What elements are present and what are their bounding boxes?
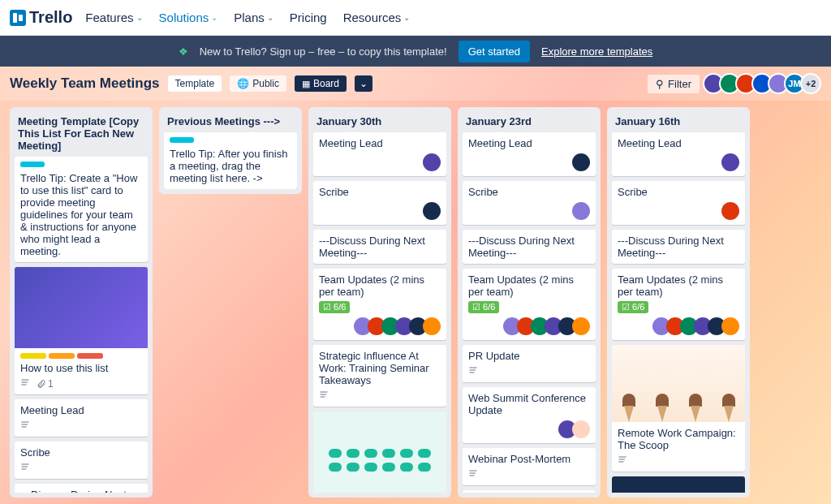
list-title[interactable]: Meeting Template [Copy This List For Eac… (15, 112, 148, 157)
nav-item-pricing[interactable]: Pricing (282, 4, 335, 31)
member-avatar[interactable] (423, 153, 441, 171)
member-avatar[interactable] (572, 420, 590, 438)
card-members (618, 317, 739, 335)
card-title: Scribe (468, 186, 590, 198)
chevron-down-icon: ⌄ (211, 13, 217, 22)
list-title[interactable]: January 30th (313, 112, 446, 132)
description-icon (20, 377, 30, 390)
list: January 23rdMeeting LeadScribe---Discuss… (458, 107, 601, 498)
card[interactable]: Remote Work Campaign: The Scoop (612, 345, 745, 472)
card-members (319, 153, 441, 171)
list: Meeting Template [Copy This List For Eac… (10, 107, 153, 498)
card-members (468, 420, 590, 438)
member-avatar[interactable] (423, 202, 441, 220)
card[interactable]: Strategic Influence At Work: Training Se… (313, 345, 446, 407)
card[interactable]: ---Discuss During Next Meeting--- (612, 230, 745, 264)
nav-item-solutions[interactable]: Solutions⌄ (151, 4, 226, 31)
description-icon (468, 365, 478, 377)
card-members (468, 317, 590, 335)
card[interactable]: ---Discuss During Next Meeting--- (313, 230, 446, 264)
card[interactable]: Team Updates (2 mins per team)☑ 6/6 (313, 269, 446, 340)
nav-item-plans[interactable]: Plans⌄ (226, 4, 282, 31)
top-nav: Trello Features⌄Solutions⌄Plans⌄PricingR… (0, 0, 831, 36)
member-avatar[interactable] (721, 317, 739, 335)
card[interactable]: Meeting Lead (313, 132, 446, 176)
filter-button[interactable]: ⚲ Filter (648, 75, 700, 93)
card-members (319, 317, 441, 335)
get-started-button[interactable]: Get started (459, 41, 530, 62)
board-members[interactable]: JM+2 (708, 73, 821, 94)
chevron-down-icon: ⌄ (360, 78, 368, 89)
list-title[interactable]: January 16th (612, 112, 745, 132)
card[interactable]: Meeting Lead (15, 399, 148, 437)
card-title: PR Update (468, 350, 590, 362)
list: January 30thMeeting LeadScribe---Discuss… (308, 107, 451, 498)
board-title[interactable]: Weekly Team Meetings (10, 75, 160, 92)
card-title: Scribe (319, 186, 441, 198)
card-title: Scribe (20, 446, 142, 459)
member-avatar[interactable] (572, 202, 590, 220)
card-title: Meeting Lead (618, 137, 739, 149)
card[interactable]: Meeting Lead (463, 132, 596, 176)
card-members (468, 153, 590, 171)
member-avatar[interactable] (572, 153, 590, 171)
card[interactable]: Topic clusters - making our content more… (313, 411, 446, 493)
card[interactable]: Team Updates (2 mins per team)☑ 6/6 (463, 269, 596, 340)
member-avatar[interactable] (572, 317, 590, 335)
card[interactable]: How to use this list1 (15, 267, 148, 394)
chevron-down-icon: ⌄ (136, 13, 143, 22)
card[interactable]: ---Discuss During Next Meeting--- (15, 484, 148, 493)
member-overflow-count[interactable]: +2 (800, 73, 821, 94)
card[interactable]: ---Discuss During Next Meeting--- (463, 230, 596, 264)
card[interactable]: Trello Tip: Create a "How to use this li… (15, 157, 148, 262)
description-icon (319, 390, 329, 402)
card[interactable]: Trello Tip: After you finish a meeting, … (164, 132, 297, 189)
nav-item-features[interactable]: Features⌄ (77, 4, 150, 31)
card[interactable]: Web Summit Conference Update (463, 387, 596, 443)
card[interactable]: The key ingredient to building trust is … (612, 476, 745, 493)
card[interactable]: Scribe (612, 181, 745, 225)
board-canvas[interactable]: Meeting Template [Copy This List For Eac… (0, 101, 831, 504)
attachment-badge: 1 (37, 378, 54, 390)
card-title: Meeting Lead (20, 404, 142, 416)
board-icon (302, 78, 310, 89)
public-button[interactable]: 🌐 Public (230, 75, 286, 92)
card-label (20, 162, 45, 167)
brand-name: Trello (29, 8, 72, 27)
card-labels (20, 353, 142, 359)
card-title: Remote Work Campaign: The Scoop (618, 427, 739, 451)
nav-item-resources[interactable]: Resources⌄ (335, 4, 419, 31)
card[interactable]: Webinar Post-Mortem (463, 448, 596, 485)
member-avatar[interactable] (721, 202, 739, 220)
card-cover: The key ingredient to building trust is … (612, 476, 745, 493)
view-switcher-arrow[interactable]: ⌄ (355, 75, 372, 92)
chevron-down-icon: ⌄ (267, 13, 273, 22)
card-members (319, 202, 441, 220)
member-avatar[interactable] (721, 153, 739, 171)
explore-templates-link[interactable]: Explore more templates (541, 45, 652, 58)
card[interactable]: Team bravo 👏 (463, 490, 596, 493)
card-title: Team Updates (2 mins per team) (618, 274, 739, 298)
card-title: ---Discuss During Next Meeting--- (20, 489, 142, 493)
chevron-down-icon: ⌄ (403, 13, 410, 22)
card-title: ---Discuss During Next Meeting--- (618, 235, 739, 259)
board-view-button[interactable]: Board (295, 75, 347, 92)
list-title[interactable]: Previous Meetings ---> (164, 112, 297, 132)
card[interactable]: Scribe (313, 181, 446, 225)
card[interactable]: Team Updates (2 mins per team)☑ 6/6 (612, 269, 745, 340)
globe-icon: 🌐 (237, 78, 249, 89)
card[interactable]: Scribe (15, 442, 148, 479)
card-title: Trello Tip: Create a "How to use this li… (20, 172, 142, 257)
card[interactable]: Meeting Lead (612, 132, 745, 176)
card[interactable]: PR Update (463, 345, 596, 382)
template-pill[interactable]: Template (168, 75, 222, 92)
card-title: Strategic Influence At Work: Training Se… (319, 350, 441, 386)
member-avatar[interactable] (423, 317, 441, 335)
list-title[interactable]: January 23rd (463, 112, 596, 132)
list: Previous Meetings --->Trello Tip: After … (159, 107, 302, 194)
description-icon (468, 468, 478, 480)
brand-logo[interactable]: Trello (10, 8, 72, 27)
card-title: Trello Tip: After you finish a meeting, … (170, 148, 291, 184)
card[interactable]: Scribe (463, 181, 596, 225)
card-title: ---Discuss During Next Meeting--- (468, 235, 590, 259)
